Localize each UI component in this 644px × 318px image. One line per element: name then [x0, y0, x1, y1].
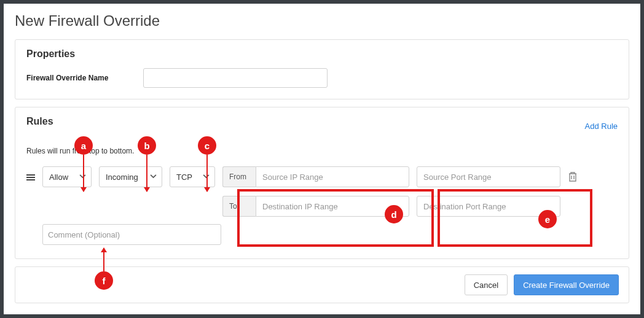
- rules-note: Rules will run from top to bottom.: [26, 147, 618, 155]
- rules-panel: Rules Add Rule Rules will run from top t…: [15, 107, 629, 259]
- override-name-input[interactable]: [143, 68, 328, 88]
- page-title: New Firewall Override: [15, 12, 629, 29]
- port-range-group: [417, 166, 560, 217]
- source-port-input[interactable]: [417, 166, 560, 187]
- chevron-down-icon: [150, 173, 157, 182]
- source-ip-input[interactable]: [256, 166, 409, 187]
- chevron-down-icon: [203, 173, 210, 182]
- protocol-select[interactable]: TCP: [170, 166, 215, 187]
- delete-rule-button[interactable]: [568, 166, 578, 184]
- cancel-button[interactable]: Cancel: [465, 274, 508, 295]
- action-select-value: Allow: [49, 173, 68, 182]
- direction-select[interactable]: Incoming: [99, 166, 162, 187]
- add-rule-link[interactable]: Add Rule: [585, 122, 618, 131]
- direction-select-value: Incoming: [106, 173, 138, 182]
- comment-input[interactable]: [42, 224, 221, 245]
- override-name-label: Firewall Override Name: [26, 74, 131, 82]
- rules-heading: Rules: [26, 116, 53, 127]
- drag-handle-icon[interactable]: [26, 166, 35, 180]
- properties-heading: Properties: [26, 48, 618, 60]
- ip-range-group: From To: [222, 166, 409, 217]
- dest-ip-input[interactable]: [256, 196, 409, 217]
- create-override-button[interactable]: Create Firewall Override: [514, 274, 619, 295]
- trash-icon: [568, 171, 578, 182]
- rule-row: Allow Incoming TCP From: [26, 166, 618, 217]
- properties-panel: Properties Firewall Override Name: [15, 39, 629, 99]
- from-label: From: [222, 166, 256, 187]
- chevron-down-icon: [79, 173, 86, 182]
- to-label: To: [222, 196, 256, 217]
- action-select[interactable]: Allow: [42, 166, 92, 187]
- protocol-select-value: TCP: [176, 173, 192, 182]
- footer-bar: Cancel Create Firewall Override: [15, 266, 629, 303]
- dest-port-input[interactable]: [417, 196, 560, 217]
